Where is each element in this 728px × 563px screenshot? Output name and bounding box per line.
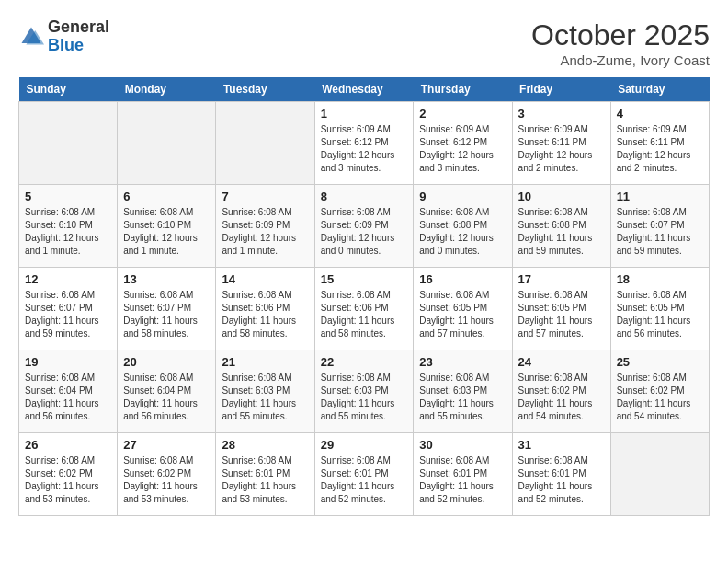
day-info: Sunrise: 6:08 AM Sunset: 6:08 PM Dayligh… bbox=[518, 206, 605, 258]
day-number: 27 bbox=[123, 438, 210, 452]
day-number: 16 bbox=[419, 272, 506, 286]
day-info: Sunrise: 6:08 AM Sunset: 6:07 PM Dayligh… bbox=[25, 289, 111, 340]
day-number: 22 bbox=[321, 355, 408, 369]
weekday-header-saturday: Saturday bbox=[610, 77, 709, 102]
calendar-week-row: 1Sunrise: 6:09 AM Sunset: 6:12 PM Daylig… bbox=[19, 102, 710, 185]
weekday-header-sunday: Sunday bbox=[19, 77, 118, 102]
day-number: 20 bbox=[123, 355, 210, 369]
day-info: Sunrise: 6:08 AM Sunset: 6:03 PM Dayligh… bbox=[222, 372, 308, 423]
day-number: 7 bbox=[222, 190, 308, 203]
calendar-day-cell: 13Sunrise: 6:08 AM Sunset: 6:07 PM Dayli… bbox=[118, 268, 216, 350]
day-number: 30 bbox=[419, 438, 506, 452]
logo: General Blue bbox=[18, 18, 109, 55]
day-info: Sunrise: 6:08 AM Sunset: 6:06 PM Dayligh… bbox=[222, 289, 308, 340]
calendar-day-cell: 23Sunrise: 6:08 AM Sunset: 6:03 PM Dayli… bbox=[414, 350, 512, 433]
calendar-day-cell: 25Sunrise: 6:08 AM Sunset: 6:02 PM Dayli… bbox=[610, 350, 709, 433]
calendar-day-cell: 6Sunrise: 6:08 AM Sunset: 6:10 PM Daylig… bbox=[118, 185, 216, 268]
day-number: 2 bbox=[419, 107, 506, 121]
day-number: 12 bbox=[25, 272, 111, 286]
weekday-header-monday: Monday bbox=[118, 77, 216, 102]
day-info: Sunrise: 6:08 AM Sunset: 6:10 PM Dayligh… bbox=[25, 206, 111, 258]
day-info: Sunrise: 6:08 AM Sunset: 6:02 PM Dayligh… bbox=[25, 454, 111, 506]
calendar-day-cell: 14Sunrise: 6:08 AM Sunset: 6:06 PM Dayli… bbox=[216, 268, 314, 350]
calendar-week-row: 26Sunrise: 6:08 AM Sunset: 6:02 PM Dayli… bbox=[19, 433, 710, 516]
calendar-day-cell: 28Sunrise: 6:08 AM Sunset: 6:01 PM Dayli… bbox=[216, 433, 314, 516]
day-info: Sunrise: 6:08 AM Sunset: 6:04 PM Dayligh… bbox=[25, 372, 111, 423]
day-number: 23 bbox=[419, 355, 506, 369]
day-info: Sunrise: 6:08 AM Sunset: 6:04 PM Dayligh… bbox=[123, 372, 210, 423]
weekday-header-friday: Friday bbox=[512, 77, 610, 102]
calendar-day-cell: 1Sunrise: 6:09 AM Sunset: 6:12 PM Daylig… bbox=[314, 102, 414, 185]
day-number: 10 bbox=[518, 190, 605, 203]
month-title: October 2025 bbox=[531, 18, 710, 52]
calendar-week-row: 12Sunrise: 6:08 AM Sunset: 6:07 PM Dayli… bbox=[19, 268, 710, 350]
day-info: Sunrise: 6:08 AM Sunset: 6:09 PM Dayligh… bbox=[222, 206, 308, 258]
logo-blue-text: Blue bbox=[48, 36, 84, 54]
day-info: Sunrise: 6:09 AM Sunset: 6:12 PM Dayligh… bbox=[321, 123, 408, 175]
day-info: Sunrise: 6:08 AM Sunset: 6:08 PM Dayligh… bbox=[419, 206, 506, 258]
calendar-table: SundayMondayTuesdayWednesdayThursdayFrid… bbox=[18, 77, 710, 516]
calendar-day-cell: 18Sunrise: 6:08 AM Sunset: 6:05 PM Dayli… bbox=[610, 268, 709, 350]
day-info: Sunrise: 6:08 AM Sunset: 6:09 PM Dayligh… bbox=[321, 206, 408, 258]
calendar-day-cell: 20Sunrise: 6:08 AM Sunset: 6:04 PM Dayli… bbox=[118, 350, 216, 433]
day-number: 17 bbox=[518, 272, 605, 286]
calendar-day-cell: 16Sunrise: 6:08 AM Sunset: 6:05 PM Dayli… bbox=[414, 268, 512, 350]
calendar-day-cell: 5Sunrise: 6:08 AM Sunset: 6:10 PM Daylig… bbox=[19, 185, 118, 268]
day-info: Sunrise: 6:08 AM Sunset: 6:07 PM Dayligh… bbox=[123, 289, 210, 340]
day-number: 26 bbox=[25, 438, 111, 452]
day-info: Sunrise: 6:09 AM Sunset: 6:12 PM Dayligh… bbox=[419, 123, 506, 175]
location: Ando-Zume, Ivory Coast bbox=[531, 52, 710, 68]
day-number: 5 bbox=[25, 190, 111, 203]
calendar-day-cell: 31Sunrise: 6:08 AM Sunset: 6:01 PM Dayli… bbox=[512, 433, 610, 516]
day-info: Sunrise: 6:09 AM Sunset: 6:11 PM Dayligh… bbox=[617, 123, 703, 175]
day-number: 8 bbox=[321, 190, 408, 203]
day-info: Sunrise: 6:08 AM Sunset: 6:01 PM Dayligh… bbox=[419, 454, 506, 506]
day-number: 19 bbox=[25, 355, 111, 369]
title-area: October 2025 Ando-Zume, Ivory Coast bbox=[531, 18, 710, 68]
day-info: Sunrise: 6:08 AM Sunset: 6:01 PM Dayligh… bbox=[518, 454, 605, 506]
day-number: 21 bbox=[222, 355, 308, 369]
day-info: Sunrise: 6:08 AM Sunset: 6:05 PM Dayligh… bbox=[617, 289, 703, 340]
calendar-day-cell: 15Sunrise: 6:08 AM Sunset: 6:06 PM Dayli… bbox=[314, 268, 414, 350]
day-number: 11 bbox=[617, 190, 703, 203]
calendar-day-cell: 7Sunrise: 6:08 AM Sunset: 6:09 PM Daylig… bbox=[216, 185, 314, 268]
logo-icon bbox=[18, 24, 44, 50]
calendar-day-cell: 12Sunrise: 6:08 AM Sunset: 6:07 PM Dayli… bbox=[19, 268, 118, 350]
calendar-day-cell bbox=[19, 102, 118, 185]
day-info: Sunrise: 6:08 AM Sunset: 6:05 PM Dayligh… bbox=[518, 289, 605, 340]
calendar-day-cell bbox=[118, 102, 216, 185]
day-number: 1 bbox=[321, 107, 408, 121]
weekday-header-tuesday: Tuesday bbox=[216, 77, 314, 102]
calendar-day-cell bbox=[216, 102, 314, 185]
day-number: 13 bbox=[123, 272, 210, 286]
calendar-day-cell: 27Sunrise: 6:08 AM Sunset: 6:02 PM Dayli… bbox=[118, 433, 216, 516]
calendar-week-row: 5Sunrise: 6:08 AM Sunset: 6:10 PM Daylig… bbox=[19, 185, 710, 268]
calendar-day-cell: 17Sunrise: 6:08 AM Sunset: 6:05 PM Dayli… bbox=[512, 268, 610, 350]
day-info: Sunrise: 6:08 AM Sunset: 6:02 PM Dayligh… bbox=[518, 372, 605, 423]
weekday-header-wednesday: Wednesday bbox=[314, 77, 414, 102]
day-info: Sunrise: 6:09 AM Sunset: 6:11 PM Dayligh… bbox=[518, 123, 605, 175]
calendar-day-cell: 11Sunrise: 6:08 AM Sunset: 6:07 PM Dayli… bbox=[610, 185, 709, 268]
calendar-day-cell: 3Sunrise: 6:09 AM Sunset: 6:11 PM Daylig… bbox=[512, 102, 610, 185]
weekday-header-thursday: Thursday bbox=[414, 77, 512, 102]
day-number: 14 bbox=[222, 272, 308, 286]
day-number: 31 bbox=[518, 438, 605, 452]
day-info: Sunrise: 6:08 AM Sunset: 6:01 PM Dayligh… bbox=[222, 454, 308, 506]
day-number: 28 bbox=[222, 438, 308, 452]
day-info: Sunrise: 6:08 AM Sunset: 6:05 PM Dayligh… bbox=[419, 289, 506, 340]
calendar-week-row: 19Sunrise: 6:08 AM Sunset: 6:04 PM Dayli… bbox=[19, 350, 710, 433]
day-info: Sunrise: 6:08 AM Sunset: 6:01 PM Dayligh… bbox=[321, 454, 408, 506]
logo-general-text: General bbox=[48, 17, 109, 36]
day-number: 3 bbox=[518, 107, 605, 121]
calendar-day-cell: 10Sunrise: 6:08 AM Sunset: 6:08 PM Dayli… bbox=[512, 185, 610, 268]
day-info: Sunrise: 6:08 AM Sunset: 6:03 PM Dayligh… bbox=[321, 372, 408, 423]
day-info: Sunrise: 6:08 AM Sunset: 6:03 PM Dayligh… bbox=[419, 372, 506, 423]
day-number: 9 bbox=[419, 190, 506, 203]
calendar-day-cell: 2Sunrise: 6:09 AM Sunset: 6:12 PM Daylig… bbox=[414, 102, 512, 185]
calendar-day-cell: 26Sunrise: 6:08 AM Sunset: 6:02 PM Dayli… bbox=[19, 433, 118, 516]
day-info: Sunrise: 6:08 AM Sunset: 6:10 PM Dayligh… bbox=[123, 206, 210, 258]
calendar-day-cell bbox=[610, 433, 709, 516]
calendar-day-cell: 22Sunrise: 6:08 AM Sunset: 6:03 PM Dayli… bbox=[314, 350, 414, 433]
day-number: 6 bbox=[123, 190, 210, 203]
day-number: 15 bbox=[321, 272, 408, 286]
